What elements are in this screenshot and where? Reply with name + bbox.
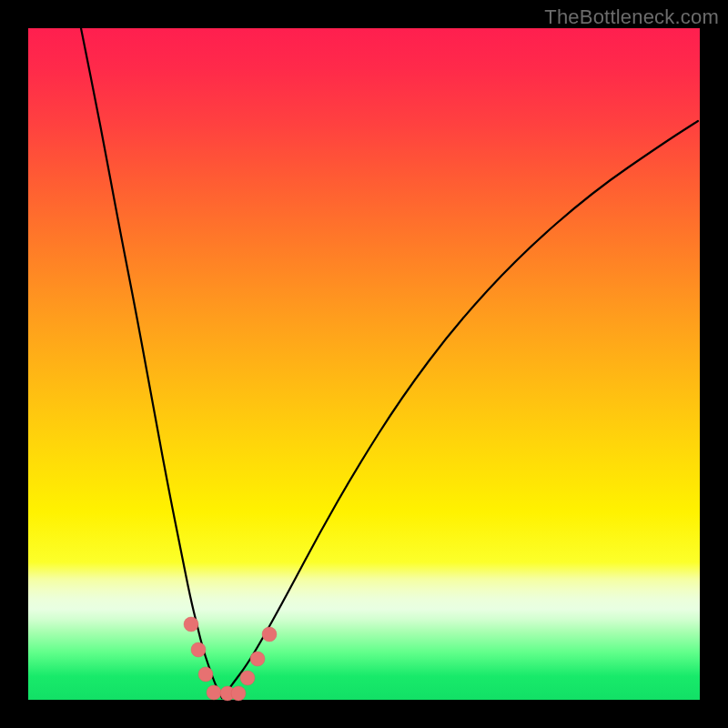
watermark-text: TheBottleneck.com xyxy=(544,5,719,29)
marker-dot xyxy=(240,671,255,685)
marker-dot xyxy=(191,642,206,657)
marker-dot xyxy=(184,617,198,632)
marker-dot xyxy=(198,667,213,682)
marker-dot xyxy=(250,652,265,666)
marker-dot xyxy=(262,627,277,642)
curve-left-branch xyxy=(81,28,222,698)
outer-frame: TheBottleneck.com xyxy=(0,0,728,728)
curve-layer xyxy=(28,28,700,700)
plot-area xyxy=(28,28,700,700)
marker-dot xyxy=(231,686,246,701)
curve-right-branch xyxy=(222,121,698,698)
marker-dot xyxy=(207,685,221,700)
